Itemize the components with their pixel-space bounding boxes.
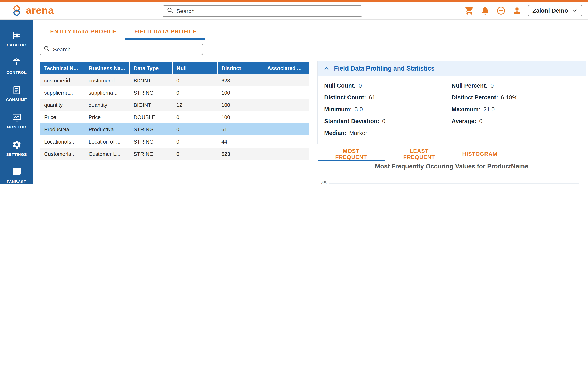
column-header-technical-n[interactable]: Technical N... [40, 62, 85, 74]
sidebar-item-control[interactable]: CONTROL [0, 56, 33, 77]
stat-distinct-count: Distinct Count:61 [324, 91, 452, 103]
global-search-input[interactable] [176, 8, 358, 14]
stat-maximum: Maximum:21.0 [452, 103, 579, 115]
stat-label: Standard Deviation: [324, 118, 379, 124]
table-cell: 0 [172, 148, 217, 160]
notifications-icon[interactable] [480, 6, 490, 15]
stat-standard-deviation: Standard Deviation:0 [324, 115, 452, 127]
table-row[interactable]: Locationofs...Location of ...STRING044 [40, 135, 309, 148]
stat-label: Distinct Count: [324, 94, 366, 100]
table-header-row: Technical N...Business Na...Data TypeNul… [40, 62, 309, 74]
tab-least-frequent[interactable]: LEAST FREQUENT [385, 148, 454, 161]
stat-null-percent: Null Percent:0 [452, 80, 579, 91]
sidebar-item-settings[interactable]: SETTINGS [0, 138, 33, 159]
fields-table-container[interactable]: Technical N...Business Na...Data TypeNul… [40, 62, 309, 184]
frequency-tabs: MOST FREQUENTLEAST FREQUENTHISTOGRAM [318, 148, 506, 161]
sidebar-item-monitor[interactable]: MONITOR [0, 110, 33, 131]
gridline-v [379, 183, 379, 184]
monitor-icon [12, 113, 21, 122]
table-row[interactable]: ProductNa...ProductNa...STRING061 [40, 123, 309, 135]
sidebar-item-label: SETTINGS [6, 152, 27, 157]
column-header-distinct[interactable]: Distinct [217, 62, 263, 74]
catalog-icon [12, 31, 21, 40]
stats-header[interactable]: Field Data Profiling and Statistics [318, 61, 586, 76]
sidebar-item-label: CONTROL [6, 70, 27, 75]
sidebar-item-label: CATALOG [7, 43, 26, 47]
column-header-business-na[interactable]: Business Na... [85, 62, 130, 74]
consume-icon [12, 85, 21, 95]
gridline-v [366, 183, 367, 184]
tab-most-frequent[interactable]: MOST FREQUENT [318, 148, 385, 161]
collapse-icon [323, 66, 329, 72]
gridline-v [354, 183, 355, 184]
table-cell [263, 123, 309, 135]
table-cell: quantity [40, 99, 85, 111]
gridline-v [416, 183, 417, 184]
gridline-v [479, 183, 479, 184]
tab-histogram[interactable]: HISTOGRAM [454, 148, 506, 161]
gridline-v [342, 183, 342, 184]
table-cell: DOUBLE [130, 111, 172, 123]
table-cell: 0 [172, 135, 217, 148]
user-icon[interactable] [512, 6, 522, 15]
add-icon[interactable] [496, 6, 506, 15]
table-row[interactable]: quantityquantityBIGINT12100 [40, 99, 309, 111]
table-cell: BIGINT [130, 99, 172, 111]
column-header-null[interactable]: Null [172, 62, 217, 74]
table-cell [263, 135, 309, 148]
settings-icon [12, 140, 21, 150]
topbar: arena Zaloni Demo [0, 0, 588, 20]
bar-chart: 051015202530354045MarkericketsCuptionerD… [317, 171, 586, 184]
table-cell: customerid [40, 74, 85, 86]
table-cell [263, 74, 309, 86]
sidebar-item-label: MONITOR [7, 125, 26, 129]
gridline-v [404, 183, 404, 184]
sidebar-item-fanbase[interactable]: FANBASE [0, 165, 33, 184]
table-cell: Price [85, 111, 130, 123]
table-row[interactable]: customeridcustomeridBIGINT0623 [40, 74, 309, 86]
gridline-v [466, 183, 467, 184]
table-cell: Locationofs... [40, 135, 85, 148]
table-cell: 100 [217, 111, 263, 123]
main-content: ENTITY DATA PROFILEFIELD DATA PROFILE Te… [33, 20, 588, 184]
gridline-v [454, 183, 454, 184]
table-cell: Location of ... [85, 135, 130, 148]
stats-card: Field Data Profiling and Statistics Null… [317, 61, 586, 144]
profile-tabs: ENTITY DATA PROFILEFIELD DATA PROFILE [41, 25, 206, 40]
tab-entity-data-profile[interactable]: ENTITY DATA PROFILE [41, 25, 125, 40]
field-search-input[interactable] [53, 46, 199, 52]
table-cell: ProductNa... [40, 123, 85, 135]
stat-distinct-percent: Distinct Percent:6.18% [452, 91, 579, 103]
account-menu[interactable]: Zaloni Demo [528, 5, 582, 16]
gridline-v [503, 183, 504, 184]
table-cell: 0 [172, 111, 217, 123]
stat-value: 6.18% [501, 94, 517, 100]
table-row[interactable]: Customerla...Customer L...STRING0623 [40, 148, 309, 160]
column-header-associated[interactable]: Associated ... [263, 62, 309, 74]
sidebar-item-catalog[interactable]: CATALOG [0, 29, 33, 49]
table-cell: ProductNa... [85, 123, 130, 135]
table-row[interactable]: PricePriceDOUBLE0100 [40, 111, 309, 123]
table-cell: 100 [217, 99, 263, 111]
gridline-v [528, 183, 529, 184]
column-header-data-type[interactable]: Data Type [130, 62, 172, 74]
gridline-v [329, 183, 329, 184]
sidebar-item-consume[interactable]: CONSUME [0, 83, 33, 104]
sidebar-item-label: FANBASE [7, 179, 26, 184]
tab-field-data-profile[interactable]: FIELD DATA PROFILE [125, 25, 206, 40]
cart-icon[interactable] [464, 6, 474, 15]
table-cell: 44 [217, 135, 263, 148]
gridline-v [566, 183, 566, 184]
table-cell [263, 148, 309, 160]
arena-logo[interactable]: arena [11, 4, 54, 17]
stat-value: Marker [349, 129, 367, 136]
chevron-down-icon [572, 7, 578, 13]
table-cell [263, 99, 309, 111]
table-cell: customerid [85, 74, 130, 86]
fanbase-icon [12, 167, 21, 177]
stat-value: 61 [369, 94, 375, 100]
stat-value: 0 [490, 82, 494, 89]
stat-value: 3.0 [355, 106, 363, 112]
table-row[interactable]: supplierna...supplierna...STRING0100 [40, 86, 309, 99]
table-cell: quantity [85, 99, 130, 111]
